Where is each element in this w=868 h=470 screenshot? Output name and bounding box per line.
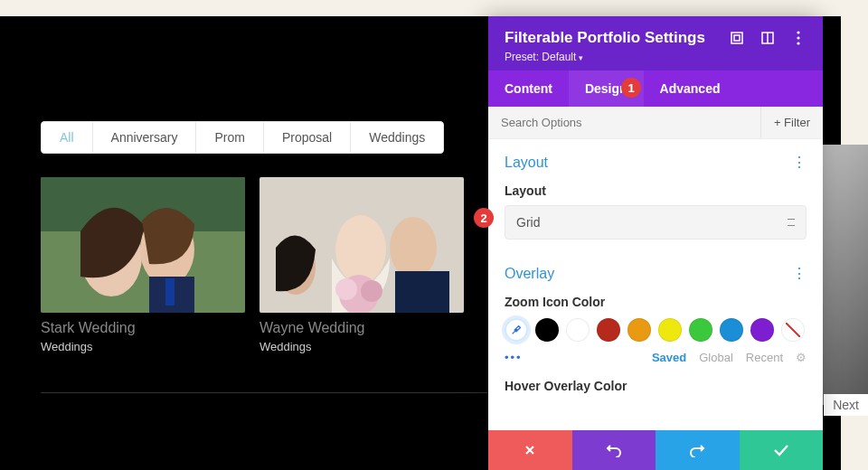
portfolio-gallery: Stark Wedding Weddings Wayne Wedding: [41, 177, 464, 353]
field-label-hover-overlay-color: Hover Overlay Color: [505, 379, 807, 393]
filter-button-label: Filter: [784, 116, 810, 129]
eyedropper-swatch[interactable]: [505, 318, 528, 342]
color-swatch[interactable]: [658, 318, 682, 342]
palette-settings-icon[interactable]: ⚙: [796, 351, 807, 364]
color-swatch[interactable]: [720, 318, 743, 342]
svg-rect-5: [165, 278, 175, 306]
svg-rect-14: [731, 33, 742, 43]
color-swatch[interactable]: [597, 318, 620, 342]
kebab-menu-icon[interactable]: [790, 30, 807, 46]
color-swatch-row: [505, 318, 807, 342]
panel-footer: [488, 430, 823, 470]
color-swatch[interactable]: [689, 318, 712, 342]
section-heading-layout[interactable]: Layout ⋮: [505, 154, 807, 171]
svg-point-20: [797, 42, 799, 44]
svg-point-9: [390, 217, 437, 278]
panel-title: Filterable Portfolio Settings: [505, 29, 714, 47]
panel-header: Filterable Portfolio Settings Preset: De…: [488, 16, 823, 70]
tab-content[interactable]: Content: [488, 70, 569, 107]
panel-body: Layout ⋮ Layout Grid Overlay ⋮ Zoom Icon…: [488, 139, 823, 430]
section-menu-icon[interactable]: ⋮: [792, 154, 807, 171]
filter-button[interactable]: + Filter: [760, 107, 823, 138]
svg-rect-15: [734, 35, 740, 41]
field-label-layout: Layout: [505, 183, 807, 198]
card-thumbnail: [259, 177, 464, 313]
svg-point-18: [797, 31, 799, 33]
section-heading-label: Layout: [505, 155, 548, 171]
swatch-meta-row: ••• Saved Global Recent ⚙: [505, 351, 807, 364]
filter-tab-weddings[interactable]: Weddings: [351, 122, 443, 153]
color-swatch[interactable]: [535, 318, 559, 342]
palette-tab-global[interactable]: Global: [699, 351, 733, 364]
layout-select-value: Grid: [516, 215, 540, 230]
adjacent-slide-preview: [821, 145, 868, 405]
svg-point-13: [361, 280, 382, 302]
section-heading-overlay[interactable]: Overlay ⋮: [505, 265, 807, 282]
color-swatch[interactable]: [627, 318, 651, 342]
no-color-swatch[interactable]: [781, 318, 805, 342]
search-row: + Filter: [488, 107, 823, 139]
palette-tab-recent[interactable]: Recent: [746, 351, 783, 364]
svg-point-19: [797, 36, 799, 39]
help-icon[interactable]: [760, 30, 776, 46]
portfolio-filter-bar: All Anniversary Prom Proposal Weddings: [41, 121, 444, 154]
color-swatch[interactable]: [750, 318, 774, 342]
next-button[interactable]: Next: [824, 394, 868, 416]
redo-button[interactable]: [656, 430, 740, 470]
filter-tab-prom[interactable]: Prom: [196, 122, 263, 153]
cancel-button[interactable]: [488, 430, 572, 470]
color-swatch[interactable]: [566, 318, 590, 342]
settings-panel: Filterable Portfolio Settings Preset: De…: [488, 16, 823, 470]
filter-tab-all[interactable]: All: [42, 122, 93, 153]
svg-point-8: [335, 215, 386, 284]
palette-tab-saved[interactable]: Saved: [652, 351, 686, 364]
svg-point-12: [335, 278, 357, 300]
card-title: Stark Wedding: [41, 320, 245, 336]
portfolio-card[interactable]: Stark Wedding Weddings: [41, 177, 245, 353]
card-category: Weddings: [259, 340, 464, 353]
filter-tab-anniversary[interactable]: Anniversary: [93, 122, 197, 153]
layout-select[interactable]: Grid: [505, 205, 807, 240]
tab-advanced[interactable]: Advanced: [644, 70, 737, 107]
card-title: Wayne Wedding: [259, 320, 464, 336]
panel-tabs: Content Design Advanced: [488, 70, 823, 107]
undo-button[interactable]: [572, 430, 656, 470]
section-heading-label: Overlay: [505, 266, 554, 282]
more-swatches-icon[interactable]: •••: [505, 351, 523, 364]
expand-icon[interactable]: [729, 30, 745, 46]
annotation-badge-2: 2: [474, 208, 494, 228]
section-menu-icon[interactable]: ⋮: [792, 265, 807, 282]
save-button[interactable]: [740, 430, 824, 470]
annotation-badge-1: 1: [621, 78, 641, 98]
filter-tab-proposal[interactable]: Proposal: [264, 122, 351, 153]
card-thumbnail: [41, 177, 245, 313]
svg-rect-10: [395, 271, 449, 313]
portfolio-card[interactable]: Wayne Wedding Weddings: [259, 177, 464, 353]
preset-dropdown[interactable]: Preset: Default: [505, 51, 807, 63]
field-label-zoom-icon-color: Zoom Icon Color: [505, 295, 807, 309]
search-input[interactable]: [488, 107, 760, 138]
card-category: Weddings: [41, 340, 245, 353]
